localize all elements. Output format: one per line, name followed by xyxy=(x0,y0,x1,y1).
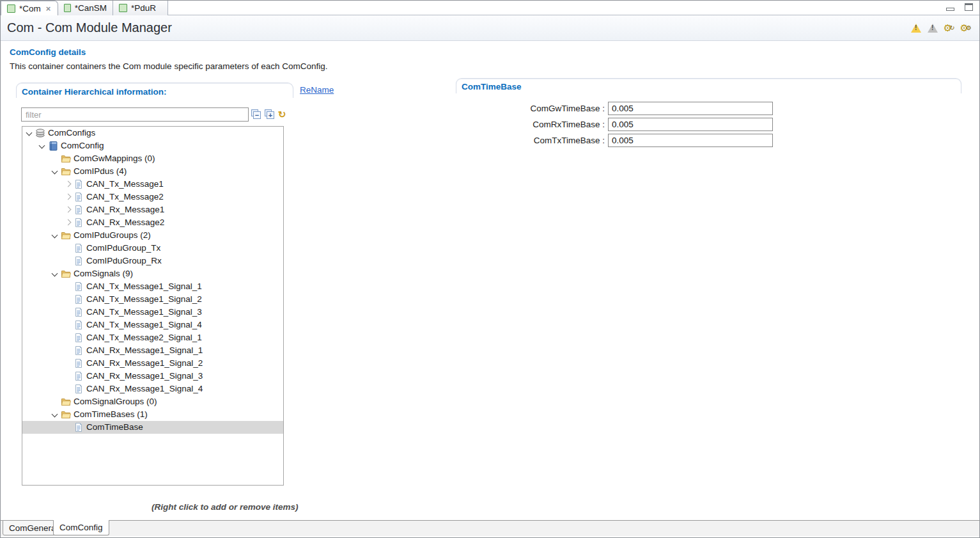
comtxtimebase-input[interactable] xyxy=(608,134,773,147)
filter-input[interactable] xyxy=(21,107,249,122)
tree-toolbar: − + ↻ xyxy=(251,109,286,120)
folder-icon xyxy=(61,230,71,241)
form-header: Com - Com Module Manager ! ! ⚙↻ ⚙⚙ xyxy=(1,15,979,41)
tree-row-label: CAN_Tx_Message2 xyxy=(86,191,164,203)
tree-row[interactable]: ComTimeBase xyxy=(22,421,283,434)
tree-row[interactable]: ComSignals (9) xyxy=(22,267,283,280)
chevron-expanded-icon[interactable] xyxy=(50,230,61,241)
tree-row[interactable]: CAN_Tx_Message2_Signal_1 xyxy=(22,331,283,344)
tree-row-label: CAN_Tx_Message1_Signal_3 xyxy=(86,306,202,319)
tree-row[interactable]: ComConfigs xyxy=(22,127,283,139)
collapse-all-icon[interactable]: − xyxy=(251,109,261,120)
chevron-spacer xyxy=(63,345,74,356)
tree-row[interactable]: ComIPduGroup_Rx xyxy=(22,255,283,267)
tree-row[interactable]: ComIPduGroups (2) xyxy=(22,229,283,242)
warning-gray-icon[interactable]: ! xyxy=(927,23,938,33)
chevron-spacer xyxy=(50,397,61,407)
folder-icon xyxy=(61,166,71,177)
close-icon[interactable]: × xyxy=(46,4,51,13)
tree-row[interactable]: CAN_Rx_Message1 xyxy=(22,203,283,216)
tree-row[interactable]: ComGwMappings (0) xyxy=(22,152,283,165)
document-icon xyxy=(74,371,84,381)
chevron-collapsed-icon[interactable] xyxy=(63,179,74,189)
tree-row[interactable]: ComIPduGroup_Tx xyxy=(22,242,283,255)
page-tab-label: ComGeneral xyxy=(9,523,58,533)
maximize-icon[interactable] xyxy=(965,3,973,11)
editor-tab-cansm[interactable]: *CanSM xyxy=(58,1,113,15)
expand-all-icon[interactable]: + xyxy=(265,109,275,120)
page-tab-label: ComConfig xyxy=(59,523,103,532)
tree-row-label: ComIPduGroup_Rx xyxy=(86,255,162,267)
tree-row[interactable]: CAN_Rx_Message1_Signal_1 xyxy=(22,344,283,357)
document-icon xyxy=(74,294,84,305)
chevron-spacer xyxy=(63,307,74,317)
tree-row[interactable]: CAN_Tx_Message1_Signal_4 xyxy=(22,319,283,331)
chevron-expanded-icon[interactable] xyxy=(24,128,35,138)
tree-row-label: CAN_Tx_Message1_Signal_4 xyxy=(86,319,202,331)
right-section-title: ComTimeBase xyxy=(462,82,522,91)
config-book-icon xyxy=(48,141,58,151)
tree-row[interactable]: CAN_Rx_Message1_Signal_2 xyxy=(22,357,283,370)
chevron-collapsed-icon[interactable] xyxy=(63,205,74,215)
editor-tab-pdur[interactable]: *PduR xyxy=(113,1,168,15)
document-icon xyxy=(74,179,84,189)
editor-tab-com[interactable]: *Com × xyxy=(1,1,58,15)
chevron-expanded-icon[interactable] xyxy=(37,141,48,151)
tree-row[interactable]: CAN_Rx_Message1_Signal_3 xyxy=(22,370,283,383)
tree-row[interactable]: CAN_Tx_Message1_Signal_1 xyxy=(22,280,283,293)
comgwtimebase-input[interactable] xyxy=(608,102,773,115)
comrxtimebase-input[interactable] xyxy=(608,118,773,131)
tree-row[interactable]: CAN_Rx_Message1_Signal_4 xyxy=(22,383,283,395)
chevron-spacer xyxy=(63,243,74,253)
tree-row-label: CAN_Tx_Message1 xyxy=(86,178,164,191)
editor-tab-label: *CanSM xyxy=(75,3,107,13)
chevron-spacer xyxy=(63,320,74,330)
document-icon xyxy=(74,320,84,330)
details-section-title: ComConfig details xyxy=(10,47,86,57)
header-toolbar: ! ! ⚙↻ ⚙⚙ xyxy=(910,23,972,33)
tree-row[interactable]: ComSignalGroups (0) xyxy=(22,395,283,408)
chevron-spacer xyxy=(63,294,74,305)
details-description: This container containers the Com module… xyxy=(10,61,327,71)
chevron-expanded-icon[interactable] xyxy=(50,166,61,177)
gears-sync-icon[interactable]: ⚙⚙ xyxy=(960,23,972,33)
tree-row[interactable]: CAN_Tx_Message2 xyxy=(22,191,283,203)
gear-sync-icon[interactable]: ⚙↻ xyxy=(944,23,955,33)
chevron-collapsed-icon[interactable] xyxy=(63,192,74,202)
tree-row[interactable]: ComIPdus (4) xyxy=(22,165,283,178)
document-icon xyxy=(74,422,84,432)
tree-row[interactable]: CAN_Tx_Message1_Signal_2 xyxy=(22,293,283,306)
warning-yellow-icon[interactable]: ! xyxy=(910,23,922,33)
tree-row-label: CAN_Rx_Message2 xyxy=(86,216,164,229)
rename-link[interactable]: ReName xyxy=(300,85,334,95)
chevron-collapsed-icon[interactable] xyxy=(63,218,74,228)
tree-row-label: ComIPduGroups (2) xyxy=(74,229,151,242)
chevron-spacer xyxy=(63,358,74,368)
refresh-icon[interactable]: ↻ xyxy=(277,109,287,120)
container-hierarchy-tree[interactable]: ComConfigsComConfigComGwMappings (0)ComI… xyxy=(22,126,284,486)
document-icon xyxy=(74,192,84,202)
chevron-expanded-icon[interactable] xyxy=(50,269,61,279)
tree-row[interactable]: CAN_Rx_Message2 xyxy=(22,216,283,229)
document-icon xyxy=(74,281,84,292)
window-controls xyxy=(946,3,973,11)
configs-stack-icon xyxy=(35,128,45,138)
tree-row-label: ComConfigs xyxy=(48,127,95,139)
editor-tab-bar: *Com × *CanSM *PduR xyxy=(1,1,979,15)
left-section-title: Container Hierarchical information: xyxy=(22,87,167,97)
page-tab-bar: ComGeneral ComConfig xyxy=(1,520,979,536)
tree-row[interactable]: CAN_Tx_Message1_Signal_3 xyxy=(22,306,283,319)
tree-row-label: ComGwMappings (0) xyxy=(74,152,155,165)
editor-doc-icon xyxy=(119,4,127,12)
minimize-icon[interactable] xyxy=(946,8,954,11)
tree-row-label: CAN_Rx_Message1 xyxy=(86,203,164,216)
tree-row[interactable]: ComConfig xyxy=(22,139,283,152)
tab-comconfig[interactable]: ComConfig xyxy=(53,520,109,535)
tree-row-label: CAN_Tx_Message1_Signal_2 xyxy=(86,293,202,306)
tree-row-label: ComTimeBase xyxy=(86,421,143,434)
tree-row[interactable]: ComTimeBases (1) xyxy=(22,408,283,421)
document-icon xyxy=(74,218,84,228)
tree-row[interactable]: CAN_Tx_Message1 xyxy=(22,178,283,191)
tree-row-label: ComSignals (9) xyxy=(74,267,133,280)
chevron-expanded-icon[interactable] xyxy=(50,409,61,420)
